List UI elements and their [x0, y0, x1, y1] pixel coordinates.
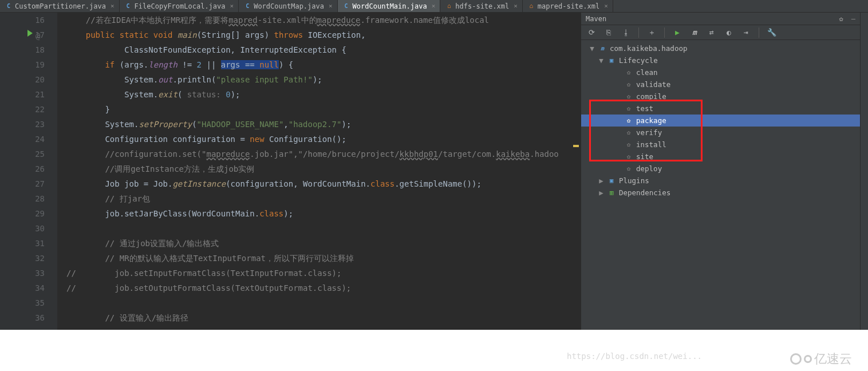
maven-goal-test[interactable]: test	[581, 102, 860, 115]
file-java-icon	[243, 2, 251, 10]
editor-gutter: @ 16171819202122232425262728293031323334…	[0, 13, 57, 330]
maven-goal-verify[interactable]: verify	[581, 127, 860, 139]
override-gutter-icon[interactable]: @	[35, 29, 40, 44]
code-line[interactable]	[66, 325, 581, 330]
code-line[interactable]: //configuration.set("mapreduce.job.jar",…	[66, 147, 581, 161]
tab-close-icon[interactable]: ×	[329, 2, 333, 10]
maven-settings-icon[interactable]: ✿	[839, 15, 843, 23]
line-number: 20	[0, 72, 45, 87]
editor-panel: @ 16171819202122232425262728293031323334…	[0, 13, 581, 330]
maven-download-icon[interactable]: ⭳	[621, 28, 630, 37]
maven-panel: Maven ✿ — ⟳ ⎘ ⭳ ＋ ▶ m ⇄ ◐ ⇥ 🔧 ▼com.kaike…	[581, 13, 860, 330]
maven-goal-package[interactable]: package	[581, 115, 860, 127]
line-number: 29	[0, 206, 45, 221]
maven-collapse-icon[interactable]: ⇥	[741, 28, 751, 37]
editor-tab-wordcountmap-java[interactable]: WordCountMap.java×	[239, 0, 337, 12]
editor-tab-hdfs-site-xml[interactable]: hdfs-site.xml×	[440, 0, 523, 12]
gear-icon	[625, 93, 633, 101]
tree-node-label: deploy	[636, 164, 662, 173]
maven-wrench-icon[interactable]: 🔧	[767, 28, 776, 37]
tree-node-label: site	[636, 152, 653, 161]
tab-label: WordCountMain.java	[353, 2, 427, 10]
maven-goal-compile[interactable]: compile	[581, 90, 860, 102]
tree-node-label: verify	[636, 128, 662, 137]
gear-icon	[625, 165, 633, 173]
csdn-watermark: https://blog.csdn.net/wei...	[567, 352, 702, 361]
line-number: 37	[0, 325, 45, 330]
maven-goal-install[interactable]: install	[581, 139, 860, 151]
maven-refresh-icon[interactable]: ⟳	[587, 28, 596, 37]
maven-generate-icon[interactable]: ⎘	[604, 28, 613, 37]
logo-ring-icon	[804, 355, 812, 363]
code-line[interactable]: // 通过job设置输入/输出格式	[66, 236, 581, 251]
code-line[interactable]	[66, 221, 581, 236]
maven-toggle-skip-icon[interactable]: ⇄	[707, 28, 716, 37]
run-gutter-icon[interactable]	[27, 30, 33, 37]
code-line[interactable]: public static void main(String[] args) t…	[66, 27, 581, 42]
tree-node-label: Dependencies	[619, 188, 670, 197]
maven-lifecycle-node[interactable]: ▼Lifecycle	[581, 54, 860, 66]
code-line[interactable]: Configuration configuration = new Config…	[66, 132, 581, 147]
maven-goal-validate[interactable]: validate	[581, 78, 860, 90]
file-java-icon	[342, 2, 350, 10]
code-line[interactable]: job.setJarByClass(WordCountMain.class);	[66, 206, 581, 221]
maven-plugins-node[interactable]: ▶Plugins	[581, 175, 860, 187]
code-area[interactable]: //若在IDEA中本地执行MR程序，需要将mapred-site.xml中的ma…	[57, 13, 581, 330]
tab-label: hdfs-site.xml	[455, 2, 509, 10]
toolbar-separator	[759, 27, 759, 38]
maven-goal-site[interactable]: site	[581, 151, 860, 163]
code-line[interactable]: System.exit( status: 0);	[66, 87, 581, 102]
maven-goal-deploy[interactable]: deploy	[581, 163, 860, 175]
editor-tab-filecopyfromlocal-java[interactable]: FileCopyFromLocal.java×	[120, 0, 239, 12]
code-line[interactable]: if (args.length != 2 || args == null) {	[66, 57, 581, 72]
maven-toolbar: ⟳ ⎘ ⭳ ＋ ▶ m ⇄ ◐ ⇥ 🔧	[581, 25, 860, 40]
maven-exec-icon[interactable]: m	[690, 28, 699, 37]
main-area: @ 16171819202122232425262728293031323334…	[0, 13, 868, 330]
code-line[interactable]: System.setProperty("HADOOP_USER_NAME","h…	[66, 117, 581, 132]
code-line[interactable]: // MR的默认输入格式是TextInputFormat，所以下两行可以注释掉	[66, 251, 581, 266]
line-number: 23	[0, 117, 45, 132]
maven-offline-icon[interactable]: ◐	[724, 28, 733, 37]
code-line[interactable]: //若在IDEA中本地执行MR程序，需要将mapred-site.xml中的ma…	[66, 13, 581, 27]
code-line[interactable]: // 打jar包	[66, 191, 581, 206]
tab-close-icon[interactable]: ×	[514, 2, 518, 10]
maven-add-icon[interactable]: ＋	[647, 28, 656, 37]
mvn-icon	[598, 45, 606, 53]
dep-icon	[607, 189, 616, 197]
tree-node-label: Plugins	[619, 176, 649, 185]
code-line[interactable]: // 设置输入/输出路径	[66, 310, 581, 325]
maven-goal-clean[interactable]: clean	[581, 66, 860, 78]
line-number: 30	[0, 221, 45, 236]
gear-icon	[625, 69, 633, 77]
maven-root-node[interactable]: ▼com.kaikeba.hadoop	[581, 42, 860, 54]
tab-label: CustomPartitioner.java	[15, 2, 106, 10]
line-number: 33	[0, 266, 45, 281]
tab-close-icon[interactable]: ×	[111, 2, 115, 10]
code-line[interactable]: Job job = Job.getInstance(configuration,…	[66, 176, 581, 191]
line-number: 22	[0, 102, 45, 117]
logo-ring-icon	[790, 353, 802, 365]
tab-close-icon[interactable]: ×	[432, 2, 436, 10]
tree-arrow-icon: ▼	[589, 44, 595, 53]
maven-tree[interactable]: ▼com.kaikeba.hadoop▼Lifecyclecleanvalida…	[581, 40, 860, 330]
right-tool-strip[interactable]	[860, 13, 868, 330]
code-line[interactable]	[66, 295, 581, 310]
code-line[interactable]: System.out.println("please input Path!")…	[66, 72, 581, 87]
maven-hide-icon[interactable]: —	[851, 15, 855, 23]
tab-close-icon[interactable]: ×	[230, 2, 234, 10]
tab-close-icon[interactable]: ×	[604, 2, 608, 10]
editor-tab-custompartitioner-java[interactable]: CustomPartitioner.java×	[0, 0, 120, 12]
code-line[interactable]: // job.setInputFormatClass(TextInputForm…	[66, 266, 581, 281]
file-xml-icon	[445, 2, 453, 10]
code-line[interactable]: }	[66, 102, 581, 117]
editor-tab-wordcountmain-java[interactable]: WordCountMain.java×	[338, 0, 441, 12]
editor-tab-mapred-site-xml[interactable]: mapred-site.xml×	[523, 0, 613, 12]
maven-run-icon[interactable]: ▶	[673, 28, 682, 37]
code-line[interactable]: //调用getInstance方法，生成job实例	[66, 161, 581, 176]
maven-dependencies-node[interactable]: ▶Dependencies	[581, 187, 860, 199]
code-line[interactable]: // job.setOutputFormatClass(TextOutputFo…	[66, 281, 581, 295]
tree-node-label: Lifecycle	[619, 56, 658, 65]
line-number: 27	[0, 176, 45, 191]
editor-scroll[interactable]: @ 16171819202122232425262728293031323334…	[0, 13, 581, 330]
code-line[interactable]: ClassNotFoundException, InterruptedExcep…	[66, 42, 581, 57]
